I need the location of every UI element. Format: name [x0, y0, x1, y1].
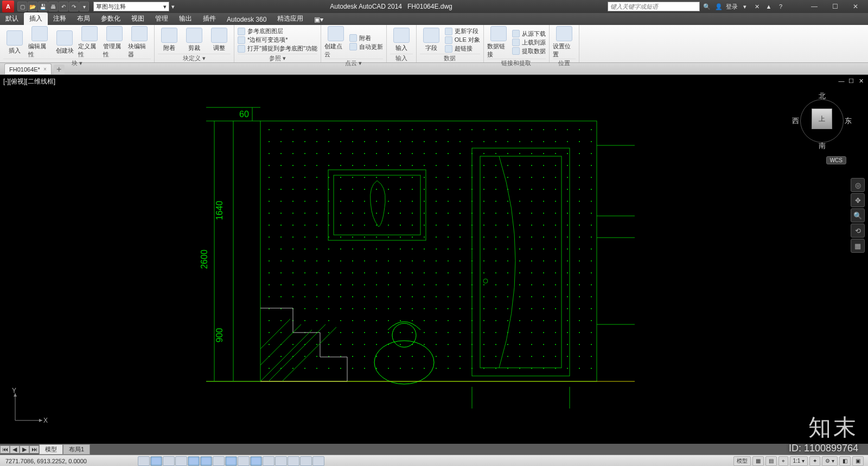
- tab-expand-icon[interactable]: ▣▾: [309, 14, 329, 25]
- nav-pan-icon[interactable]: ✥: [851, 193, 865, 207]
- layout-next-icon[interactable]: ▶: [20, 445, 29, 454]
- login-label[interactable]: 登录: [726, 3, 738, 11]
- layout-grid-icon[interactable]: ▤: [765, 456, 777, 466]
- layout-first-icon[interactable]: ⏮: [0, 445, 10, 454]
- layout-last-icon[interactable]: ⏭: [29, 445, 39, 454]
- search-input[interactable]: [608, 2, 700, 11]
- hardware-accel-icon[interactable]: ◧: [839, 456, 851, 466]
- toggle-am[interactable]: [312, 456, 324, 466]
- file-tab[interactable]: FH01064E* ×: [4, 63, 52, 74]
- create-pointcloud-button[interactable]: 创建点云: [324, 26, 347, 59]
- toggle-lwt[interactable]: [263, 456, 275, 466]
- workspace-gear-icon[interactable]: ✦: [809, 456, 820, 466]
- toggle-grid[interactable]: [163, 456, 175, 466]
- clip-button[interactable]: 剪裁: [183, 28, 206, 52]
- toggle-polar[interactable]: [188, 456, 200, 466]
- field-button[interactable]: 字段: [420, 28, 443, 52]
- tab-a360[interactable]: Autodesk 360: [221, 14, 272, 25]
- qat-save-icon[interactable]: 💾: [38, 2, 48, 11]
- tab-default[interactable]: 默认: [0, 12, 24, 25]
- toggle-qp[interactable]: [288, 456, 299, 466]
- import-button[interactable]: 输入: [390, 28, 413, 52]
- qat-new-icon[interactable]: ▢: [17, 2, 27, 11]
- toggle-sc[interactable]: [300, 456, 312, 466]
- nav-orbit-icon[interactable]: ⟲: [851, 224, 865, 238]
- edit-attr-button[interactable]: 编辑属性: [28, 26, 51, 59]
- exchange-icon[interactable]: ✕: [752, 2, 762, 11]
- tab-layout[interactable]: 布局: [72, 12, 95, 25]
- nav-showmotion-icon[interactable]: ▦: [851, 239, 865, 253]
- toggle-infer[interactable]: [138, 456, 150, 466]
- toggle-ducs[interactable]: [238, 456, 250, 466]
- pc-attach-button[interactable]: 附着: [349, 34, 383, 42]
- download-source-button[interactable]: 从源下载: [512, 30, 546, 38]
- user-icon[interactable]: 👤: [714, 2, 724, 11]
- app-logo[interactable]: A: [2, 1, 14, 12]
- tab-view[interactable]: 视图: [126, 12, 150, 25]
- viewcube-east[interactable]: 东: [845, 116, 852, 126]
- block-editor-button[interactable]: 块编辑器: [128, 26, 151, 59]
- nav-zoom-icon[interactable]: 🔍: [851, 208, 865, 222]
- annotation-scale-button[interactable]: 1:1 ▾: [790, 456, 808, 466]
- frame-vary-button[interactable]: *边框可变选项*: [238, 36, 317, 44]
- upload-source-button[interactable]: 上载到源: [512, 39, 546, 47]
- toggle-osnap[interactable]: [200, 456, 212, 466]
- toggle-3dosnap[interactable]: [213, 456, 225, 466]
- annotation-vis-icon[interactable]: ⌖: [778, 456, 788, 466]
- nav-wheel-icon[interactable]: ◎: [851, 178, 865, 192]
- chevron-down-icon[interactable]: ▾: [740, 2, 750, 11]
- coordinates-readout[interactable]: 7271.7086, 6913.2252, 0.0000: [0, 458, 136, 464]
- update-fields-button[interactable]: 更新字段: [445, 27, 480, 35]
- a360-icon[interactable]: ▲: [764, 2, 774, 11]
- toggle-tpy[interactable]: [275, 456, 287, 466]
- toggle-ortho[interactable]: [175, 456, 187, 466]
- snap-underlay-button[interactable]: 打开"捕捉到参考底图"功能: [238, 44, 317, 53]
- toggle-snap[interactable]: [150, 456, 162, 466]
- tab-insert[interactable]: 插入: [24, 12, 48, 25]
- tab-manage[interactable]: 管理: [150, 12, 174, 25]
- insert-block-button[interactable]: 插入: [3, 30, 26, 55]
- create-block-button[interactable]: 创建块: [53, 30, 76, 55]
- qat-undo-icon[interactable]: ↶: [59, 2, 68, 11]
- ole-object-button[interactable]: OLE 对象: [445, 36, 480, 44]
- adjust-button[interactable]: 调整: [208, 28, 231, 52]
- extract-data-button[interactable]: 提取数据: [512, 47, 546, 55]
- panel-title[interactable]: 块定义 ▾: [158, 54, 231, 62]
- toggle-dyn[interactable]: [250, 456, 262, 466]
- new-tab-button[interactable]: +: [54, 65, 65, 74]
- tab-featured[interactable]: 精选应用: [272, 12, 309, 25]
- close-tab-icon[interactable]: ×: [43, 66, 47, 72]
- wcs-badge[interactable]: WCS: [826, 156, 846, 164]
- viewcube[interactable]: 北 南 西 东 上: [792, 91, 852, 151]
- qat-redo-icon[interactable]: ↷: [69, 2, 79, 11]
- viewcube-south[interactable]: 南: [819, 141, 826, 151]
- settings-gear-icon[interactable]: ⚙ ▾: [822, 456, 838, 466]
- tab-addins[interactable]: 插件: [197, 12, 221, 25]
- grid-display-icon[interactable]: ▦: [752, 456, 764, 466]
- datalink-button[interactable]: 数据链接: [487, 26, 510, 59]
- layout-tab-model[interactable]: 模型: [39, 444, 63, 455]
- qat-print-icon[interactable]: 🖶: [48, 2, 58, 11]
- manage-attr-button[interactable]: 管理属性: [103, 26, 126, 59]
- qat-open-icon[interactable]: 📂: [28, 2, 37, 11]
- panel-title[interactable]: 参照 ▾: [238, 54, 317, 62]
- modelspace-button[interactable]: 模型: [733, 456, 751, 466]
- set-location-button[interactable]: 设置位置: [553, 26, 576, 59]
- underlay-layers-button[interactable]: 参考底图图层: [238, 27, 317, 35]
- attach-button[interactable]: 附着: [158, 28, 181, 52]
- toggle-otrack[interactable]: [225, 456, 237, 466]
- viewcube-top-face[interactable]: 上: [812, 108, 832, 129]
- maximize-button[interactable]: ☐: [825, 1, 845, 12]
- workspace-selector[interactable]: 草图与注释 ▾: [93, 2, 169, 11]
- tab-parametric[interactable]: 参数化: [95, 12, 126, 25]
- layout-tab-layout1[interactable]: 布局1: [63, 444, 90, 455]
- drawing-viewport[interactable]: [-][俯视][二维线框] — ☐ ✕: [0, 75, 868, 444]
- search-icon[interactable]: 🔍: [702, 2, 712, 11]
- isolate-objects-icon[interactable]: ▣: [852, 456, 864, 466]
- define-attr-button[interactable]: 定义属性: [78, 26, 101, 59]
- tab-annotate[interactable]: 注释: [48, 12, 72, 25]
- qat-more-icon[interactable]: ▾: [79, 2, 89, 11]
- pc-autoupdate-button[interactable]: 自动更新: [349, 43, 383, 51]
- layout-prev-icon[interactable]: ◀: [10, 445, 20, 454]
- tab-output[interactable]: 输出: [174, 12, 197, 25]
